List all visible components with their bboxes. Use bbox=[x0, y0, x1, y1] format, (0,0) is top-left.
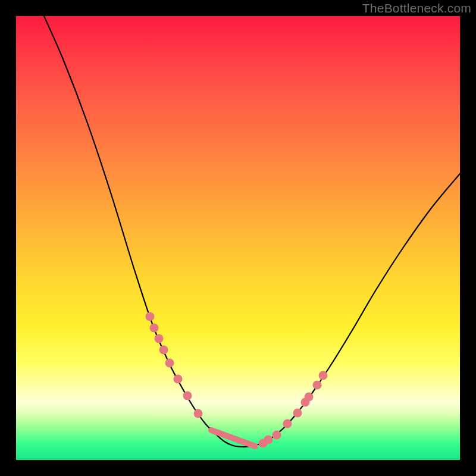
curve-svg bbox=[16, 16, 460, 460]
marker-dot bbox=[146, 312, 155, 321]
flat-segment bbox=[211, 430, 255, 446]
chart-container: TheBottleneck.com bbox=[0, 0, 476, 476]
marker-dot bbox=[194, 409, 203, 418]
marker-dot bbox=[305, 393, 314, 402]
marker-dot bbox=[293, 409, 302, 418]
bottleneck-curve bbox=[44, 16, 460, 447]
markers-right bbox=[259, 371, 328, 448]
marker-dot bbox=[165, 359, 174, 368]
marker-dot bbox=[273, 431, 281, 440]
watermark-label: TheBottleneck.com bbox=[362, 1, 471, 15]
plot-area bbox=[16, 16, 460, 460]
marker-dot bbox=[313, 381, 322, 390]
marker-dot bbox=[264, 436, 273, 444]
markers-left bbox=[146, 312, 203, 418]
marker-dot bbox=[319, 371, 328, 380]
marker-dot bbox=[159, 346, 168, 355]
marker-dot bbox=[174, 375, 183, 384]
marker-dot bbox=[150, 324, 159, 333]
marker-dot bbox=[155, 334, 164, 343]
marker-dot bbox=[283, 419, 292, 428]
marker-dot bbox=[183, 392, 192, 400]
